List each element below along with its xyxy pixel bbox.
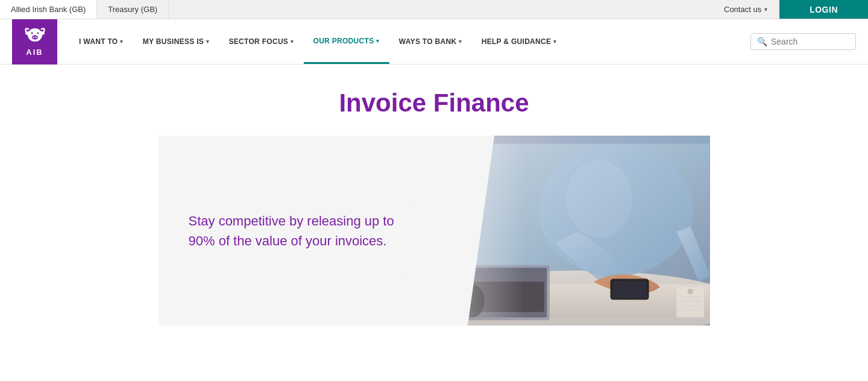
contact-chevron-icon: ▾ bbox=[764, 6, 767, 13]
tab-aib-gb-label: Allied Irish Bank (GB) bbox=[11, 5, 86, 14]
svg-point-7 bbox=[35, 37, 36, 38]
top-bar-right: Contact us ▾ LOGIN bbox=[712, 0, 868, 19]
search-icon: 🔍 bbox=[757, 37, 767, 46]
nav-our-products-chevron: ▾ bbox=[376, 38, 379, 44]
svg-point-6 bbox=[33, 37, 34, 38]
nav-our-products-label: OUR PRODUCTS bbox=[313, 37, 374, 45]
nav-i-want-to-label: I WANT TO bbox=[79, 37, 118, 46]
bull-icon bbox=[24, 27, 46, 46]
nav-i-want-to-chevron: ▾ bbox=[120, 39, 123, 45]
banner-left: Stay competitive by releasing up to 90% … bbox=[159, 136, 445, 326]
nav-ways-to-bank[interactable]: WAYS TO BANK ▾ bbox=[389, 19, 472, 64]
svg-point-3 bbox=[31, 33, 33, 34]
svg-point-4 bbox=[37, 33, 39, 34]
search-input[interactable] bbox=[771, 37, 849, 46]
contact-us-label: Contact us bbox=[724, 5, 761, 14]
tab-aib-gb[interactable]: Allied Irish Bank (GB) bbox=[0, 0, 97, 19]
svg-point-2 bbox=[40, 31, 45, 35]
nav-my-business-chevron: ▾ bbox=[206, 39, 209, 45]
nav-i-want-to[interactable]: I WANT TO ▾ bbox=[69, 19, 133, 64]
main-content: Invoice Finance Stay competitive by rele… bbox=[0, 65, 868, 326]
top-bar-tabs: Allied Irish Bank (GB) Treasury (GB) bbox=[0, 0, 169, 19]
logo-text-label: AIB bbox=[26, 48, 43, 57]
nav-ways-chevron: ▾ bbox=[459, 39, 462, 45]
nav-sector-chevron: ▾ bbox=[291, 39, 294, 45]
login-button[interactable]: LOGIN bbox=[779, 0, 868, 19]
logo-inner: AIB bbox=[24, 27, 46, 57]
search-bar[interactable]: 🔍 bbox=[750, 33, 856, 50]
nav-my-business-is[interactable]: MY BUSINESS IS ▾ bbox=[133, 19, 219, 64]
top-bar: Allied Irish Bank (GB) Treasury (GB) Con… bbox=[0, 0, 868, 19]
nav-my-business-label: MY BUSINESS IS bbox=[143, 37, 204, 46]
main-nav: AIB I WANT TO ▾ MY BUSINESS IS ▾ SECTOR … bbox=[0, 19, 868, 65]
svg-point-5 bbox=[32, 36, 38, 40]
banner-text: Stay competitive by releasing up to 90% … bbox=[189, 211, 415, 251]
svg-point-0 bbox=[28, 28, 42, 42]
nav-ways-label: WAYS TO BANK bbox=[399, 37, 457, 46]
hero-title-section: Invoice Finance bbox=[0, 65, 868, 136]
contact-us-button[interactable]: Contact us ▾ bbox=[712, 0, 779, 19]
tab-treasury-gb[interactable]: Treasury (GB) bbox=[97, 0, 169, 19]
tab-treasury-gb-label: Treasury (GB) bbox=[108, 5, 157, 14]
nav-our-products[interactable]: OUR PRODUCTS ▾ bbox=[304, 19, 389, 64]
nav-help-guidance[interactable]: HELP & GUIDANCE ▾ bbox=[472, 19, 567, 64]
nav-sector-focus[interactable]: SECTOR FOCUS ▾ bbox=[219, 19, 303, 64]
nav-items: I WANT TO ▾ MY BUSINESS IS ▾ SECTOR FOCU… bbox=[69, 19, 750, 64]
nav-help-chevron: ▾ bbox=[553, 39, 556, 45]
nav-sector-label: SECTOR FOCUS bbox=[228, 37, 288, 46]
nav-help-label: HELP & GUIDANCE bbox=[482, 37, 552, 46]
svg-point-1 bbox=[25, 31, 30, 35]
page-title: Invoice Finance bbox=[0, 89, 868, 118]
aib-logo[interactable]: AIB bbox=[12, 19, 57, 65]
hero-banner: Stay competitive by releasing up to 90% … bbox=[159, 136, 710, 326]
